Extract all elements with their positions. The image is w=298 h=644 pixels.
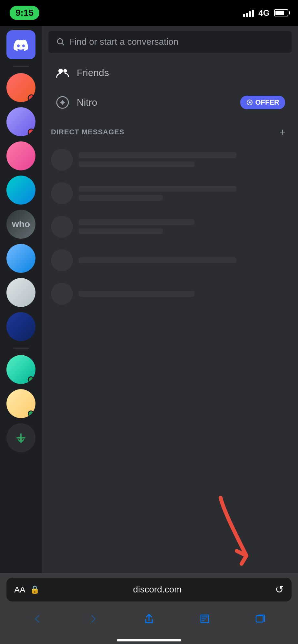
share-button[interactable] xyxy=(143,613,155,625)
online-status-dot xyxy=(28,376,34,383)
skeleton-lines xyxy=(79,257,289,263)
skeleton-lines xyxy=(79,186,289,201)
forward-button[interactable] xyxy=(87,613,99,625)
sidebar-item-server-5[interactable]: who xyxy=(6,210,35,239)
sidebar-item-server-2[interactable] xyxy=(6,107,35,136)
sidebar-divider xyxy=(13,66,29,67)
sidebar-item-home[interactable] xyxy=(6,30,35,59)
nitro-label: Nitro xyxy=(77,97,234,108)
skeleton-lines xyxy=(79,219,289,234)
browser-bar: AA 🔒 discord.com ↺ xyxy=(0,573,298,644)
nitro-nav-item[interactable]: Nitro OFFER xyxy=(46,89,294,116)
add-server-button[interactable] xyxy=(6,423,35,452)
network-type: 4G xyxy=(258,8,270,18)
bookmarks-button[interactable] xyxy=(199,613,211,625)
sidebar-item-server-9[interactable] xyxy=(6,355,35,384)
notification-badge xyxy=(28,129,35,136)
skeleton-lines xyxy=(79,291,289,297)
status-bar: 9:15 4G xyxy=(0,0,298,26)
status-time: 9:15 xyxy=(10,6,39,20)
lock-icon: 🔒 xyxy=(30,585,40,594)
browser-navigation xyxy=(0,601,298,636)
sidebar-item-server-8[interactable] xyxy=(6,312,35,341)
skeleton-avatar xyxy=(51,149,73,171)
search-icon xyxy=(56,37,65,46)
svg-point-1 xyxy=(58,69,63,73)
dm-skeleton-3 xyxy=(46,210,294,244)
sidebar-item-server-7[interactable] xyxy=(6,278,35,307)
status-icons: 4G xyxy=(243,8,288,18)
font-size-button[interactable]: AA xyxy=(14,585,25,595)
friends-icon xyxy=(55,65,70,81)
sidebar: who xyxy=(0,26,42,644)
back-button[interactable] xyxy=(32,613,43,625)
content-area: who xyxy=(0,26,298,644)
skeleton-lines xyxy=(79,152,289,167)
skeleton-avatar xyxy=(51,216,73,238)
sidebar-item-server-4[interactable] xyxy=(6,176,35,205)
notification-badge xyxy=(28,94,35,101)
signal-bars-icon xyxy=(243,9,254,17)
friends-nav-item[interactable]: Friends xyxy=(46,59,294,86)
direct-messages-header: DIRECT MESSAGES + xyxy=(42,121,298,143)
sidebar-item-server-3[interactable] xyxy=(6,141,35,170)
skeleton-avatar xyxy=(51,249,73,271)
app-container: who xyxy=(0,26,298,644)
dm-skeleton-2 xyxy=(46,177,294,210)
skeleton-avatar xyxy=(51,283,73,305)
reload-button[interactable]: ↺ xyxy=(275,583,284,596)
dm-skeleton-5 xyxy=(46,277,294,311)
home-indicator xyxy=(0,636,298,644)
skeleton-avatar xyxy=(51,182,73,204)
dm-skeleton-4 xyxy=(46,244,294,277)
dm-section-title: DIRECT MESSAGES xyxy=(51,128,124,136)
nitro-offer-badge: OFFER xyxy=(240,96,285,109)
sidebar-item-server-1[interactable] xyxy=(6,73,35,102)
search-bar[interactable]: Find or start a conversation xyxy=(48,31,292,53)
friends-label: Friends xyxy=(77,67,285,78)
nitro-icon xyxy=(55,95,70,110)
url-display[interactable]: discord.com xyxy=(44,584,271,595)
main-panel: Find or start a conversation Friends xyxy=(42,26,298,644)
svg-rect-13 xyxy=(256,616,263,622)
sidebar-divider-2 xyxy=(13,348,29,349)
svg-point-2 xyxy=(64,69,67,73)
dm-list xyxy=(42,143,298,609)
svg-point-4 xyxy=(61,101,64,104)
add-dm-button[interactable]: + xyxy=(276,126,289,139)
online-status-dot-2 xyxy=(28,410,34,417)
sidebar-item-server-10[interactable] xyxy=(6,389,35,418)
tabs-button[interactable] xyxy=(255,613,266,625)
battery-icon xyxy=(274,9,288,16)
address-bar[interactable]: AA 🔒 discord.com ↺ xyxy=(6,578,292,601)
svg-point-6 xyxy=(249,101,251,103)
sidebar-item-server-6[interactable] xyxy=(6,244,35,273)
search-placeholder-text: Find or start a conversation xyxy=(69,37,178,47)
dm-skeleton-1 xyxy=(46,143,294,177)
